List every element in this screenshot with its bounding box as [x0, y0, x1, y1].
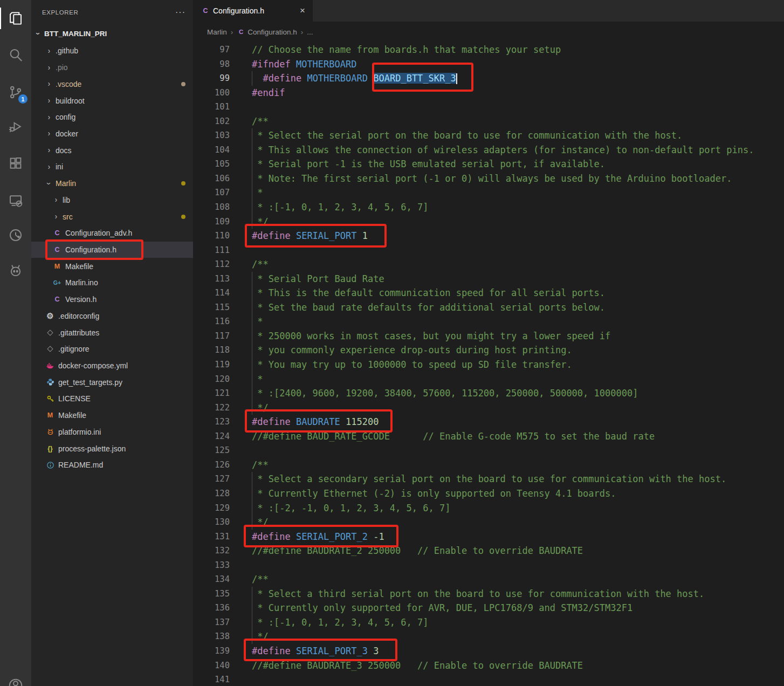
remote-explorer-icon[interactable]	[0, 187, 31, 215]
code-line-122[interactable]: */	[252, 401, 784, 415]
workspace-root[interactable]: › BTT_MARLIN_PRI	[31, 25, 193, 42]
clock-icon[interactable]	[0, 221, 31, 249]
tree-item-buildroot[interactable]: ›buildroot	[31, 92, 193, 109]
explorer-icon[interactable]	[0, 4, 31, 32]
code-line-104[interactable]: * This allows the connection of wireless…	[252, 143, 784, 157]
source-control-icon[interactable]: 1	[0, 78, 31, 106]
tree-item-config[interactable]: ›config	[31, 109, 193, 126]
code-line-101[interactable]	[252, 100, 784, 114]
tree-item--gitignore[interactable]: .gitignore	[31, 341, 193, 358]
code-line-136[interactable]: * Currently only supported for AVR, DUE,…	[252, 601, 784, 615]
tree-item-lib[interactable]: ›lib	[31, 191, 193, 208]
sidebar-more-icon[interactable]: ···	[175, 10, 185, 15]
tree-item-src[interactable]: ›src	[31, 208, 193, 225]
code-line-98[interactable]: #ifndef MOTHERBOARD	[252, 57, 784, 72]
platformio-icon[interactable]	[0, 256, 31, 284]
code-line-99[interactable]: #define MOTHERBOARD BOARD_BTT_SKR_3	[252, 71, 784, 86]
code-line-138[interactable]: */	[252, 629, 784, 644]
tree-item-label: .editorconfig	[58, 312, 99, 320]
code-line-108[interactable]: * :[-1, 0, 1, 2, 3, 4, 5, 6, 7]	[252, 200, 784, 215]
code-line-129[interactable]: * :[-2, -1, 0, 1, 2, 3, 4, 5, 6, 7]	[252, 501, 784, 516]
tree-item-readme-md[interactable]: README.md	[31, 457, 193, 474]
code-line-121[interactable]: * :[2400, 9600, 19200, 38400, 57600, 115…	[252, 386, 784, 401]
tree-item--github[interactable]: ›.github	[31, 43, 193, 59]
tree-item--gitattributes[interactable]: .gitattributes	[31, 324, 193, 341]
code-line-100[interactable]: #endif	[252, 86, 784, 100]
code-line-126[interactable]: /**	[252, 458, 784, 472]
tree-item-configuration-h[interactable]: CConfiguration.h	[31, 242, 193, 258]
code-line-134[interactable]: /**	[252, 572, 784, 587]
tree-item-get-test-targets-py[interactable]: get_test_targets.py	[31, 374, 193, 390]
m-file-icon: M	[45, 410, 55, 420]
code-line-125[interactable]	[252, 443, 784, 458]
code-line-120[interactable]: *	[252, 372, 784, 387]
code-line-127[interactable]: * Select a secondary serial port on the …	[252, 472, 784, 486]
code-line-133[interactable]	[252, 558, 784, 573]
extensions-icon[interactable]	[0, 149, 31, 177]
tree-item-label: Marlin.ino	[65, 278, 98, 287]
line-number: 116	[193, 314, 243, 329]
tree-item-label: docs	[56, 146, 72, 155]
code-line-102[interactable]: /**	[252, 114, 784, 129]
code-line-135[interactable]: * Select a third serial port on the boar…	[252, 587, 784, 601]
tree-item--vscode[interactable]: ›.vscode	[31, 76, 193, 92]
tab-configuration-h[interactable]: C Configuration.h ×	[193, 0, 313, 22]
code-line-116[interactable]: *	[252, 314, 784, 329]
code-line-124[interactable]: //#define BAUD_RATE_GCODE // Enable G-co…	[252, 429, 784, 444]
code-line-112[interactable]: /**	[252, 257, 784, 272]
line-number: 98	[193, 57, 243, 72]
tree-item-marlin-ino[interactable]: G+Marlin.ino	[31, 275, 193, 291]
tree-item-marlin[interactable]: ›Marlin	[31, 175, 193, 192]
gear-icon: ⚙	[45, 311, 55, 321]
tree-item-docker-compose-yml[interactable]: docker-compose.yml	[31, 358, 193, 374]
tree-item-process-palette-json[interactable]: {}process-palette.json	[31, 440, 193, 457]
code-line-105[interactable]: * Serial port -1 is the USB emulated ser…	[252, 157, 784, 172]
breadcrumb-file[interactable]: Configuration.h	[247, 28, 297, 36]
line-number: 125	[193, 443, 243, 458]
code-line-118[interactable]: * you commonly experience drop-outs duri…	[252, 343, 784, 358]
tree-item-license[interactable]: LICENSE	[31, 390, 193, 407]
code-line-117[interactable]: * 250000 works in most cases, but you mi…	[252, 329, 784, 344]
code-line-110[interactable]: #define SERIAL_PORT 1	[252, 229, 784, 243]
code-line-131[interactable]: #define SERIAL_PORT_2 -1	[252, 530, 784, 544]
code-line-141[interactable]	[252, 673, 784, 686]
code-line-111[interactable]	[252, 243, 784, 258]
code-line-107[interactable]: *	[252, 186, 784, 200]
c-file-icon: C	[52, 245, 62, 255]
chevron-right-icon: ›	[45, 96, 53, 105]
code-line-132[interactable]: //#define BAUDRATE_2 250000 // Enable to…	[252, 544, 784, 558]
code-line-106[interactable]: * Note: The first serial port (-1 or 0) …	[252, 172, 784, 186]
tree-item-configuration-adv-h[interactable]: CConfiguration_adv.h	[31, 225, 193, 242]
code-line-123[interactable]: #define BAUDRATE 115200	[252, 415, 784, 429]
tree-item--editorconfig[interactable]: ⚙.editorconfig	[31, 308, 193, 325]
tree-item-ini[interactable]: ›ini	[31, 159, 193, 175]
code-line-139[interactable]: #define SERIAL_PORT_3 3	[252, 644, 784, 658]
close-icon[interactable]: ×	[298, 5, 307, 16]
breadcrumb-folder[interactable]: Marlin	[207, 28, 227, 36]
tree-item-platformio-ini[interactable]: platformio.ini	[31, 424, 193, 441]
code-line-137[interactable]: * :[-1, 0, 1, 2, 3, 4, 5, 6, 7]	[252, 615, 784, 630]
account-icon[interactable]	[0, 669, 31, 686]
code-line-130[interactable]: */	[252, 515, 784, 530]
code-line-140[interactable]: //#define BAUDRATE_3 250000 // Enable to…	[252, 658, 784, 673]
search-icon[interactable]	[0, 41, 31, 69]
code-line-113[interactable]: * Serial Port Baud Rate	[252, 272, 784, 286]
scm-badge: 1	[18, 94, 27, 104]
code-line-114[interactable]: * This is the default communication spee…	[252, 286, 784, 300]
tree-item-makefile[interactable]: MMakefile	[31, 258, 193, 275]
code-line-103[interactable]: * Select the serial port on the board to…	[252, 128, 784, 143]
tree-item-version-h[interactable]: CVersion.h	[31, 291, 193, 308]
code-line-119[interactable]: * You may try up to 1000000 to speed up …	[252, 358, 784, 372]
code-line-97[interactable]: // Choose the name from boards.h that ma…	[252, 43, 784, 57]
vscode-window: { "colors":{ "annotation_red":"#e8261c",…	[0, 0, 784, 686]
tree-item-docker[interactable]: ›docker	[31, 126, 193, 142]
code-line-109[interactable]: */	[252, 215, 784, 229]
breadcrumb-symbol[interactable]: ...	[307, 28, 313, 36]
tree-item-makefile[interactable]: MMakefile	[31, 407, 193, 424]
code-line-115[interactable]: * Set the baud rate defaults for additio…	[252, 300, 784, 315]
line-number: 138	[193, 629, 243, 644]
tree-item--pio[interactable]: ›.pio	[31, 59, 193, 76]
tree-item-docs[interactable]: ›docs	[31, 142, 193, 159]
run-debug-icon[interactable]	[0, 112, 31, 140]
code-line-128[interactable]: * Currently Ethernet (-2) is only suppor…	[252, 486, 784, 501]
